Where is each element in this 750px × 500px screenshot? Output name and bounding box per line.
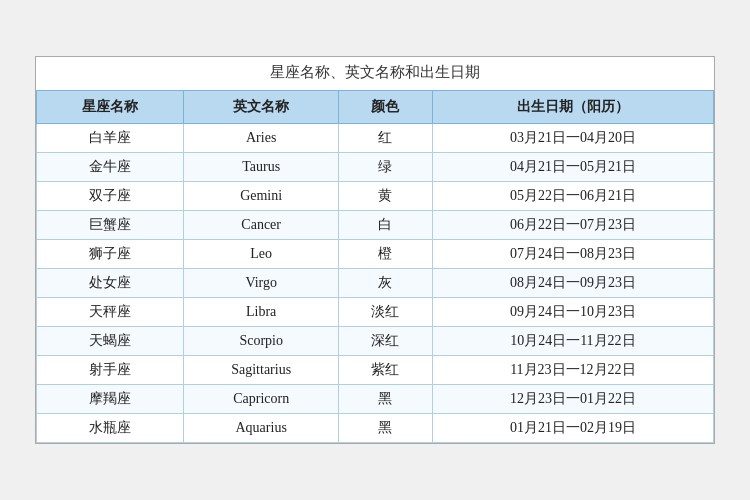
table-cell-3: 12月23日一01月22日 [432,385,713,414]
table-cell-2: 黑 [339,414,433,443]
table-cell-1: Aquarius [184,414,339,443]
table-cell-2: 绿 [339,153,433,182]
table-cell-3: 01月21日一02月19日 [432,414,713,443]
table-cell-1: Cancer [184,211,339,240]
table-row: 射手座Sagittarius紫红11月23日一12月22日 [37,356,714,385]
table-cell-2: 黑 [339,385,433,414]
table-cell-3: 04月21日一05月21日 [432,153,713,182]
main-container: 星座名称、英文名称和出生日期 星座名称英文名称颜色出生日期（阳历） 白羊座Ari… [35,56,715,444]
table-cell-3: 06月22日一07月23日 [432,211,713,240]
table-row: 天蝎座Scorpio深红10月24日一11月22日 [37,327,714,356]
table-cell-1: Virgo [184,269,339,298]
table-cell-1: Capricorn [184,385,339,414]
table-row: 天秤座Libra淡红09月24日一10月23日 [37,298,714,327]
table-cell-3: 11月23日一12月22日 [432,356,713,385]
table-cell-3: 08月24日一09月23日 [432,269,713,298]
table-cell-2: 紫红 [339,356,433,385]
page-title: 星座名称、英文名称和出生日期 [36,57,714,90]
table-cell-0: 天秤座 [37,298,184,327]
table-header-cell: 颜色 [339,91,433,124]
table-cell-0: 水瓶座 [37,414,184,443]
table-cell-2: 灰 [339,269,433,298]
table-cell-3: 09月24日一10月23日 [432,298,713,327]
table-cell-0: 白羊座 [37,124,184,153]
table-cell-0: 摩羯座 [37,385,184,414]
table-cell-3: 03月21日一04月20日 [432,124,713,153]
table-row: 白羊座Aries红03月21日一04月20日 [37,124,714,153]
table-cell-0: 金牛座 [37,153,184,182]
table-cell-1: Gemini [184,182,339,211]
table-cell-1: Aries [184,124,339,153]
table-cell-1: Libra [184,298,339,327]
table-cell-0: 狮子座 [37,240,184,269]
table-cell-2: 深红 [339,327,433,356]
table-cell-1: Scorpio [184,327,339,356]
table-cell-2: 橙 [339,240,433,269]
table-header-cell: 出生日期（阳历） [432,91,713,124]
table-row: 巨蟹座Cancer白06月22日一07月23日 [37,211,714,240]
table-header-cell: 星座名称 [37,91,184,124]
table-cell-0: 天蝎座 [37,327,184,356]
table-cell-3: 05月22日一06月21日 [432,182,713,211]
table-cell-2: 白 [339,211,433,240]
table-cell-2: 黄 [339,182,433,211]
table-row: 金牛座Taurus绿04月21日一05月21日 [37,153,714,182]
table-header-row: 星座名称英文名称颜色出生日期（阳历） [37,91,714,124]
table-cell-2: 红 [339,124,433,153]
table-cell-0: 射手座 [37,356,184,385]
table-cell-1: Taurus [184,153,339,182]
table-header-cell: 英文名称 [184,91,339,124]
table-cell-0: 巨蟹座 [37,211,184,240]
table-row: 水瓶座Aquarius黑01月21日一02月19日 [37,414,714,443]
table-row: 双子座Gemini黄05月22日一06月21日 [37,182,714,211]
table-cell-1: Leo [184,240,339,269]
table-cell-3: 07月24日一08月23日 [432,240,713,269]
table-row: 处女座Virgo灰08月24日一09月23日 [37,269,714,298]
zodiac-table: 星座名称英文名称颜色出生日期（阳历） 白羊座Aries红03月21日一04月20… [36,90,714,443]
table-row: 狮子座Leo橙07月24日一08月23日 [37,240,714,269]
table-cell-2: 淡红 [339,298,433,327]
table-cell-0: 处女座 [37,269,184,298]
table-row: 摩羯座Capricorn黑12月23日一01月22日 [37,385,714,414]
table-cell-3: 10月24日一11月22日 [432,327,713,356]
table-cell-1: Sagittarius [184,356,339,385]
table-cell-0: 双子座 [37,182,184,211]
